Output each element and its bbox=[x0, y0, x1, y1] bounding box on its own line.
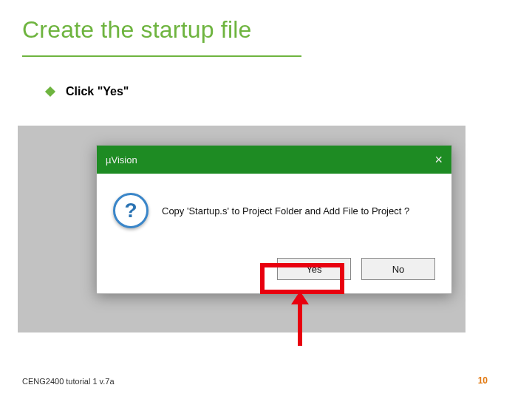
slide: Create the startup file Click "Yes" µVis… bbox=[0, 0, 532, 399]
question-icon: ? bbox=[113, 193, 149, 228]
dialog-titlebar: µVision × bbox=[97, 146, 451, 174]
dialog-window: µVision × ? Copy 'Startup.s' to Project … bbox=[96, 145, 452, 294]
yes-button[interactable]: Yes bbox=[277, 258, 351, 280]
slide-title: Create the startup file bbox=[22, 16, 252, 44]
dialog-message: Copy 'Startup.s' to Project Folder and A… bbox=[162, 205, 409, 216]
dialog-body: ? Copy 'Startup.s' to Project Folder and… bbox=[97, 174, 451, 236]
bullet-text: Click "Yes" bbox=[66, 85, 129, 98]
title-underline bbox=[22, 55, 301, 57]
dialog-title: µVision bbox=[106, 154, 137, 166]
bullet-row: Click "Yes" bbox=[47, 85, 129, 98]
question-mark-glyph: ? bbox=[124, 200, 137, 221]
page-number: 10 bbox=[478, 375, 488, 386]
close-icon[interactable]: × bbox=[434, 153, 443, 166]
bullet-diamond-icon bbox=[45, 86, 55, 97]
dialog-button-row: Yes No bbox=[277, 258, 435, 280]
no-button[interactable]: No bbox=[361, 258, 435, 280]
arrow-stem bbox=[298, 296, 302, 346]
footer-text: CENG2400 tutorial 1 v.7a bbox=[22, 377, 115, 386]
